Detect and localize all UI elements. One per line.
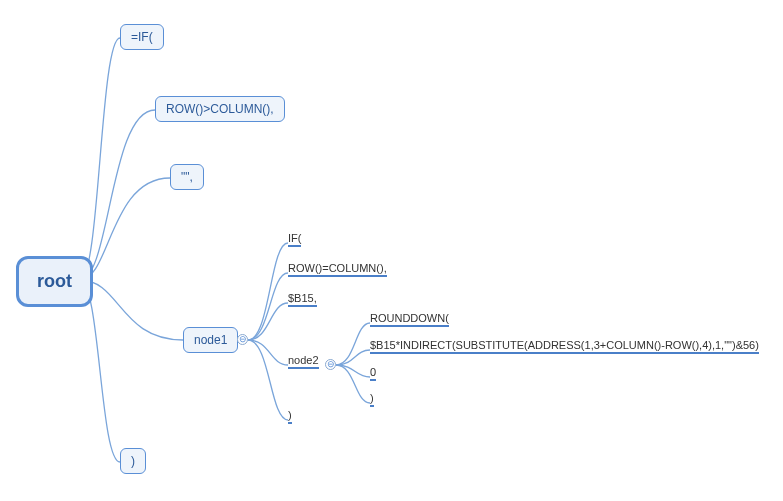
root-label: root xyxy=(37,271,72,291)
leaf-row-eq-column[interactable]: ROW()=COLUMN(), xyxy=(288,262,387,277)
leaf-close-paren-node2[interactable]: ) xyxy=(370,392,374,407)
leaf-text: $B15*INDIRECT(SUBSTITUTE(ADDRESS(1,3+COL… xyxy=(370,339,759,351)
leaf-text: ) xyxy=(370,392,374,404)
leaf-text: ) xyxy=(288,409,292,421)
leaf-node2[interactable]: node2 xyxy=(288,354,319,369)
node-text: "", xyxy=(181,170,193,184)
leaf-zero[interactable]: 0 xyxy=(370,366,376,381)
leaf-rounddown-open[interactable]: ROUNDDOWN( xyxy=(370,312,449,327)
leaf-text: IF( xyxy=(288,232,301,244)
leaf-indirect-expr[interactable]: $B15*INDIRECT(SUBSTITUTE(ADDRESS(1,3+COL… xyxy=(370,339,759,354)
connectors-svg xyxy=(0,0,783,501)
leaf-b15[interactable]: $B15, xyxy=(288,292,317,307)
leaf-close-paren-node1[interactable]: ) xyxy=(288,409,292,424)
collapse-toggle-node2[interactable]: ⊖ xyxy=(325,359,336,370)
leaf-text: 0 xyxy=(370,366,376,378)
node-close-paren-outer[interactable]: ) xyxy=(120,448,146,474)
node-row-gt-column[interactable]: ROW()>COLUMN(), xyxy=(155,96,285,122)
leaf-text: ROW()=COLUMN(), xyxy=(288,262,387,274)
leaf-if-open[interactable]: IF( xyxy=(288,232,301,247)
mindmap-canvas: root =IF( ROW()>COLUMN(), "", node1 ) ⊖ … xyxy=(0,0,783,501)
node-text: ROW()>COLUMN(), xyxy=(166,102,274,116)
leaf-text: node2 xyxy=(288,354,319,366)
node-if-open[interactable]: =IF( xyxy=(120,24,164,50)
collapse-toggle-node1[interactable]: ⊖ xyxy=(237,334,248,345)
node-node1[interactable]: node1 xyxy=(183,327,238,353)
toggle-icon: ⊖ xyxy=(239,335,247,344)
toggle-icon: ⊖ xyxy=(327,360,335,369)
node-empty-string[interactable]: "", xyxy=(170,164,204,190)
root-node[interactable]: root xyxy=(16,256,93,307)
node-text: =IF( xyxy=(131,30,153,44)
leaf-text: ROUNDDOWN( xyxy=(370,312,449,324)
leaf-text: $B15, xyxy=(288,292,317,304)
node-text: ) xyxy=(131,454,135,468)
node-text: node1 xyxy=(194,333,227,347)
